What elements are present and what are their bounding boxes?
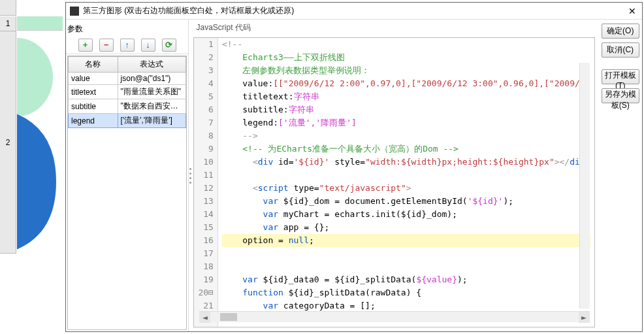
param-name-cell[interactable]: subtitle bbox=[69, 99, 118, 114]
code-content[interactable]: <!-- Echarts3——上下双折线图 左侧参数列表数据类型举例说明： va… bbox=[218, 38, 594, 327]
worksheet-left-strip: 1 2 bbox=[0, 0, 63, 334]
cancel-button[interactable]: 取消(C) bbox=[602, 42, 639, 58]
ok-button[interactable]: 确定(O) bbox=[602, 24, 639, 39]
table-row[interactable]: titletext"雨量流量关系图" bbox=[69, 85, 186, 99]
param-name-cell[interactable]: titletext bbox=[69, 85, 118, 99]
code-editor[interactable]: 1234567891011121314151617181920⊟21 <!-- … bbox=[193, 37, 594, 327]
cell-a2-shape[interactable] bbox=[17, 31, 63, 254]
dialog-button-panel: 确定(O) 取消(C) 打开模板(T) 另存为模板(S) bbox=[599, 20, 642, 331]
third-party-chart-dialog: 第三方图形 (双击右边功能面板空白处，对话框最大化或还原) ✕ 参数 + − ↑… bbox=[65, 2, 643, 332]
save-template-button[interactable]: 另存为模板(S) bbox=[602, 88, 639, 103]
cell-a1[interactable] bbox=[17, 16, 63, 31]
params-label: 参数 bbox=[66, 20, 84, 36]
param-name-cell[interactable]: legend bbox=[69, 114, 118, 128]
col-expr-header[interactable]: 表达式 bbox=[118, 57, 185, 73]
move-down-button[interactable]: ↓ bbox=[141, 39, 155, 52]
partial-shield-icon bbox=[17, 31, 63, 254]
svg-point-0 bbox=[17, 38, 53, 116]
row-header-1[interactable]: 1 bbox=[0, 16, 16, 31]
dialog-titlebar[interactable]: 第三方图形 (双击右边功能面板空白处，对话框最大化或还原) ✕ bbox=[66, 3, 642, 20]
add-button[interactable]: + bbox=[78, 39, 93, 52]
close-icon[interactable]: ✕ bbox=[626, 6, 638, 16]
params-toolbar: + − ↑ ↓ ⟳ bbox=[66, 36, 188, 54]
param-expr-cell[interactable]: "数据来自西安兰特水电... bbox=[118, 99, 185, 114]
param-expr-cell[interactable]: "雨量流量关系图" bbox=[118, 85, 185, 99]
table-row[interactable]: legend['流量','降雨量'] bbox=[69, 114, 186, 128]
dialog-icon bbox=[70, 7, 79, 16]
param-name-cell[interactable]: value bbox=[69, 73, 118, 85]
params-table[interactable]: 名称 表达式 valuejson@a("ds1")titletext"雨量流量关… bbox=[68, 56, 186, 128]
table-row[interactable]: valuejson@a("ds1") bbox=[69, 73, 186, 85]
open-template-button[interactable]: 打开模板(T) bbox=[602, 69, 639, 84]
dialog-title: 第三方图形 (双击右边功能面板空白处，对话框最大化或还原) bbox=[83, 5, 626, 16]
line-gutter: 1234567891011121314151617181920⊟21 bbox=[194, 38, 217, 327]
sheet-corner bbox=[0, 0, 16, 16]
param-expr-cell[interactable]: json@a("ds1") bbox=[118, 73, 185, 85]
scroll-left-icon[interactable]: ◄ bbox=[199, 312, 210, 323]
refresh-button[interactable]: ⟳ bbox=[162, 39, 176, 52]
move-up-button[interactable]: ↑ bbox=[120, 39, 135, 52]
scroll-right-icon[interactable]: ► bbox=[579, 312, 590, 323]
horizontal-scrollbar[interactable]: ◄ ► bbox=[199, 311, 589, 322]
table-row[interactable]: subtitle"数据来自西安兰特水电... bbox=[69, 99, 186, 114]
col-name-header[interactable]: 名称 bbox=[69, 57, 118, 73]
remove-button[interactable]: − bbox=[99, 39, 114, 52]
scroll-thumb[interactable] bbox=[220, 313, 237, 321]
code-header: JavaScript 代码 bbox=[192, 20, 598, 36]
row-header-2[interactable]: 2 bbox=[0, 31, 16, 254]
param-expr-cell[interactable]: ['流量','降雨量'] bbox=[118, 114, 185, 128]
vertical-scrollbar[interactable] bbox=[579, 63, 590, 309]
